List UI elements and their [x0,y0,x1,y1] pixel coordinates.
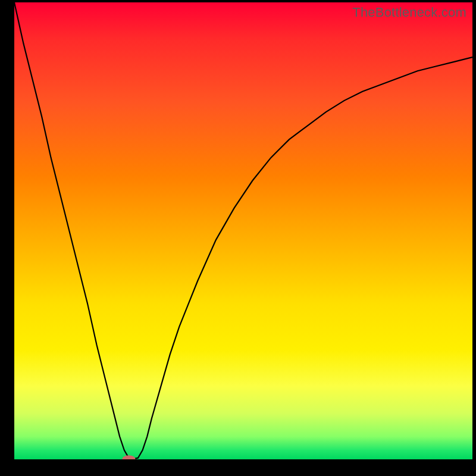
minimum-marker [123,455,136,459]
v-curve [14,2,472,459]
plot-area: TheBottleneck.com [14,2,472,459]
watermark-text: TheBottleneck.com [352,5,466,20]
chart-frame: TheBottleneck.com [0,0,476,476]
curve-layer [14,2,472,459]
